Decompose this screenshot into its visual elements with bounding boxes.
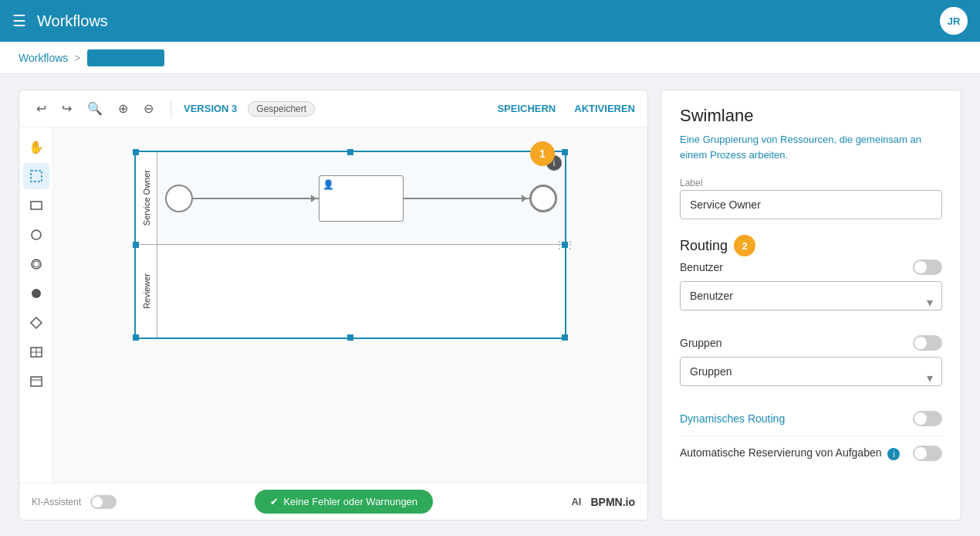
svg-rect-1	[31, 202, 42, 209]
app-title: Workflows	[37, 12, 108, 30]
zoom-out-button[interactable]: ⊖	[139, 98, 158, 119]
save-button[interactable]: SPEICHERN	[497, 103, 556, 114]
rectangle-tool[interactable]	[23, 192, 49, 219]
panel-description: Eine Gruppierung von Ressourcen, die gem…	[680, 132, 942, 162]
double-circle-tool[interactable]	[23, 251, 49, 277]
flow-arrow-1	[193, 198, 319, 199]
panel-title: Swimlane	[680, 106, 942, 126]
no-errors-button[interactable]: ✔ Keine Fehler oder Warnungen	[255, 490, 433, 514]
diagram-container: Service Owner i 👤	[134, 151, 566, 339]
no-errors-label: Keine Fehler oder Warnungen	[283, 496, 417, 507]
svg-point-4	[33, 261, 39, 267]
dynamisches-label: Dynamisches Routing	[680, 412, 785, 425]
lane1-label: Service Owner	[142, 170, 151, 226]
automatische-label: Automatische Reservierung von Aufgaben i	[680, 446, 900, 460]
start-event[interactable]	[165, 185, 193, 212]
ki-toggle[interactable]	[90, 495, 117, 509]
gruppen-select-wrapper: Gruppen	[680, 357, 942, 399]
label-input[interactable]	[680, 190, 942, 219]
gruppen-toggle[interactable]	[913, 335, 942, 351]
svg-marker-6	[31, 317, 42, 328]
step-badge-1: 1	[530, 141, 555, 166]
swimlane-outer[interactable]: Service Owner i 👤	[134, 151, 566, 339]
benutzer-label: Benutzer	[680, 261, 723, 273]
automatische-info-icon[interactable]: i	[887, 448, 900, 460]
right-panel: Swimlane Eine Gruppierung von Ressourcen…	[661, 90, 961, 521]
saved-badge: Gespeichert	[248, 101, 315, 117]
bpmn-label: BPMN.io	[590, 496, 635, 508]
subprocess-tool[interactable]	[23, 339, 49, 365]
toolbar-divider	[171, 100, 171, 118]
svg-rect-0	[31, 171, 42, 181]
benutzer-toggle[interactable]	[913, 260, 942, 275]
automatische-toggle[interactable]	[913, 446, 942, 461]
tools-sidebar: ✋	[19, 127, 53, 483]
task-box[interactable]: 👤	[319, 175, 404, 222]
checkmark-icon: ✔	[270, 496, 279, 507]
avatar[interactable]: JR	[940, 7, 968, 35]
drag-handle[interactable]: ⋮⋮	[554, 239, 576, 251]
end-event[interactable]	[529, 185, 557, 212]
swimlane-row-1[interactable]: Service Owner i 👤	[136, 152, 565, 245]
circle-tool[interactable]	[23, 222, 49, 248]
top-header: ☰ Workflows JR	[0, 0, 980, 42]
version-label: VERSION 3	[184, 103, 237, 114]
benutzer-select[interactable]: Benutzer	[680, 281, 942, 310]
automatische-routing-row: Automatische Reservierung von Aufgaben i	[680, 446, 942, 461]
breadcrumb-separator: >	[74, 52, 80, 64]
flow-arrow-2	[404, 198, 529, 199]
lane-label-col-2: Reviewer	[136, 245, 157, 338]
undo-button[interactable]: ↩	[32, 98, 51, 119]
redo-button[interactable]: ↪	[57, 98, 76, 119]
canvas-body: ✋	[19, 127, 647, 483]
benutzer-select-wrapper: Benutzer	[680, 281, 942, 323]
panel-tool[interactable]	[23, 368, 49, 395]
zoom-reset-button[interactable]: 🔍	[83, 98, 107, 119]
ai-label: AI	[571, 496, 581, 507]
dynamisches-toggle[interactable]	[913, 411, 942, 426]
menu-icon[interactable]: ☰	[12, 12, 26, 30]
select-tool[interactable]	[23, 163, 49, 189]
diamond-tool[interactable]	[23, 310, 49, 336]
main-content: ↩ ↪ 🔍 ⊕ ⊖ VERSION 3 Gespeichert SPEICHER…	[0, 74, 980, 536]
canvas-panel: ↩ ↪ 🔍 ⊕ ⊖ VERSION 3 Gespeichert SPEICHER…	[19, 90, 648, 521]
dynamisches-routing-row: Dynamisches Routing	[680, 411, 942, 426]
canvas-area[interactable]: 1	[53, 127, 647, 483]
benutzer-routing-row: Benutzer	[680, 260, 942, 275]
gruppen-select[interactable]: Gruppen	[680, 357, 942, 386]
ki-label: KI-Assistent	[32, 497, 81, 507]
breadcrumb: Workflows >	[0, 42, 980, 74]
zoom-in-button[interactable]: ⊕	[113, 98, 133, 119]
panel-divider	[680, 436, 942, 436]
svg-point-5	[32, 289, 41, 298]
svg-rect-10	[31, 377, 42, 386]
step-badge-2: 2	[734, 235, 755, 256]
lane2-content	[157, 245, 565, 338]
filled-circle-tool[interactable]	[23, 280, 49, 307]
gruppen-label: Gruppen	[680, 337, 721, 349]
lane-label-col-1: Service Owner	[136, 152, 157, 244]
breadcrumb-current	[87, 49, 164, 66]
hand-tool[interactable]: ✋	[23, 134, 49, 160]
lane2-label: Reviewer	[142, 273, 151, 309]
routing-section-title: Routing	[680, 238, 728, 254]
gruppen-routing-row: Gruppen	[680, 335, 942, 351]
flow-elements-1: 👤	[165, 175, 557, 222]
label-field-label: Label	[680, 178, 942, 188]
breadcrumb-home[interactable]: Workflows	[19, 52, 68, 64]
task-icon: 👤	[323, 179, 334, 190]
activate-button[interactable]: AKTIVIEREN	[574, 103, 635, 114]
canvas-toolbar: ↩ ↪ 🔍 ⊕ ⊖ VERSION 3 Gespeichert SPEICHER…	[19, 90, 647, 127]
svg-point-2	[32, 230, 41, 239]
swimlane-row-2[interactable]: Reviewer	[136, 245, 565, 338]
canvas-footer: KI-Assistent ✔ Keine Fehler oder Warnung…	[19, 483, 647, 520]
lane1-content: i 👤	[157, 152, 565, 244]
